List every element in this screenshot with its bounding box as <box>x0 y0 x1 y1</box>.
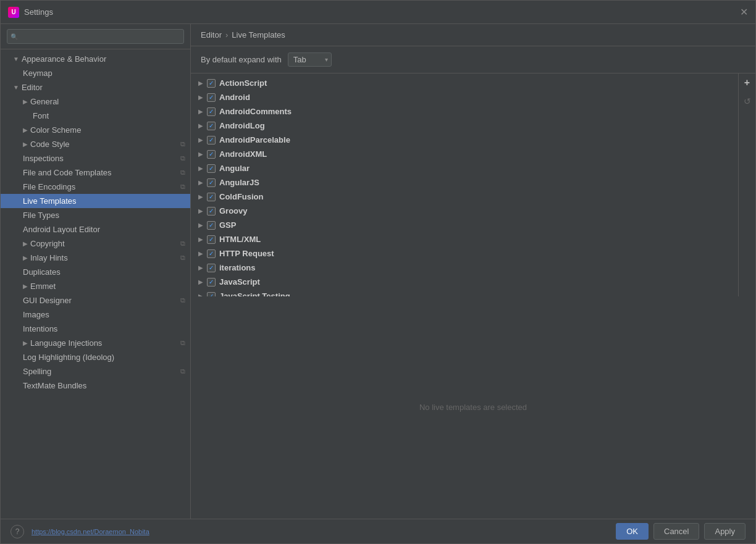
sidebar-item-inspections[interactable]: Inspections ⧉ <box>1 151 190 165</box>
sidebar-item-label: Editor <box>22 83 43 92</box>
sidebar-item-label: Android Layout Editor <box>23 225 100 234</box>
main-panel: Editor › Live Templates By default expan… <box>191 24 755 519</box>
sidebar-item-gui-designer[interactable]: GUI Designer ⧉ <box>1 293 190 308</box>
template-group-gsp[interactable]: ▶ GSP <box>191 218 738 232</box>
sidebar-item-keymap[interactable]: Keymap <box>1 66 190 80</box>
checkbox-androidlog[interactable] <box>207 122 216 130</box>
search-input[interactable] <box>7 29 184 44</box>
template-group-coldfusion[interactable]: ▶ ColdFusion <box>191 190 738 204</box>
add-button[interactable]: + <box>741 76 754 90</box>
cancel-button[interactable]: Cancel <box>653 523 699 540</box>
checkbox-actionscript[interactable] <box>207 79 216 88</box>
sidebar-item-general[interactable]: ▶ General <box>1 94 190 109</box>
checkbox-javascripttesting[interactable] <box>207 292 216 296</box>
template-group-androidparcelable[interactable]: ▶ AndroidParcelable <box>191 133 738 147</box>
expand-arrow: ▶ <box>23 240 28 247</box>
sidebar-item-label: Emmet <box>30 282 56 291</box>
checkbox-angular[interactable] <box>207 164 216 173</box>
sidebar-item-language-injections[interactable]: ▶ Language Injections ⧉ <box>1 336 190 350</box>
sidebar-item-live-templates[interactable]: Live Templates <box>1 194 190 208</box>
template-group-httprequest[interactable]: ▶ HTTP Request <box>191 246 738 261</box>
sidebar-item-intentions[interactable]: Intentions <box>1 322 190 336</box>
sidebar-item-label: Inlay Hints <box>30 253 68 262</box>
checkbox-androidparcelable[interactable] <box>207 136 216 144</box>
template-group-angular[interactable]: ▶ Angular <box>191 161 738 175</box>
content-area: ▼ Appearance & Behavior Keymap ▼ Editor … <box>1 24 755 519</box>
sidebar-item-label: Color Scheme <box>30 125 81 135</box>
checkbox-androidcomments[interactable] <box>207 107 216 116</box>
expand-select[interactable]: Tab Enter Space <box>288 52 332 67</box>
sidebar-item-textmate-bundles[interactable]: TextMate Bundles <box>1 379 190 393</box>
sidebar-list: ▼ Appearance & Behavior Keymap ▼ Editor … <box>1 49 190 519</box>
sidebar-item-appearance-behavior[interactable]: ▼ Appearance & Behavior <box>1 52 190 66</box>
checkbox-coldfusion[interactable] <box>207 193 216 201</box>
checkbox-androidxml[interactable] <box>207 150 216 159</box>
sidebar-item-label: Spelling <box>23 367 51 376</box>
help-button[interactable]: ? <box>10 525 24 538</box>
template-label: iterations <box>219 263 256 272</box>
ok-button[interactable]: OK <box>616 523 649 540</box>
sidebar-item-file-types[interactable]: File Types <box>1 208 190 222</box>
template-group-androidxml[interactable]: ▶ AndroidXML <box>191 147 738 161</box>
sidebar-item-label: Copyright <box>30 239 65 248</box>
sidebar-item-log-highlighting[interactable]: Log Highlighting (Ideolog) <box>1 350 190 364</box>
checkbox-javascript[interactable] <box>207 278 216 287</box>
sidebar-item-label: Inspections <box>23 154 64 163</box>
sidebar-item-file-code-templates[interactable]: File and Code Templates ⧉ <box>1 165 190 180</box>
titlebar: U Settings ✕ <box>1 1 755 24</box>
checkbox-iterations[interactable] <box>207 264 216 272</box>
sidebar-item-emmet[interactable]: ▶ Emmet <box>1 279 190 293</box>
sidebar-item-color-scheme[interactable]: ▶ Color Scheme <box>1 123 190 137</box>
template-group-androidlog[interactable]: ▶ AndroidLog <box>191 119 738 133</box>
template-label: AndroidComments <box>219 107 292 116</box>
footer-url: https://blog.csdn.net/Doraemon_Nobita <box>32 528 149 535</box>
sidebar-item-font[interactable]: Font <box>1 109 190 123</box>
template-group-javascript[interactable]: ▶ JavaScript <box>191 275 738 289</box>
expand-arrow: ▶ <box>198 293 203 296</box>
expand-arrow: ▶ <box>23 254 28 261</box>
template-group-angularjs[interactable]: ▶ AngularJS <box>191 175 738 190</box>
checkbox-android[interactable] <box>207 93 216 102</box>
template-group-groovy[interactable]: ▶ Groovy <box>191 204 738 218</box>
template-group-javascripttesting[interactable]: ▶ JavaScript Testing <box>191 289 738 296</box>
close-button[interactable]: ✕ <box>740 7 748 17</box>
checkbox-groovy[interactable] <box>207 207 216 216</box>
template-label: Angular <box>219 164 250 173</box>
apply-button[interactable]: Apply <box>704 523 746 540</box>
sidebar-item-label: GUI Designer <box>23 296 72 305</box>
template-group-htmlxml[interactable]: ▶ HTML/XML <box>191 232 738 246</box>
undo-button[interactable]: ↺ <box>741 94 754 108</box>
template-group-androidcomments[interactable]: ▶ AndroidComments <box>191 104 738 119</box>
sidebar-item-editor[interactable]: ▼ Editor <box>1 80 190 94</box>
checkbox-angularjs[interactable] <box>207 178 216 187</box>
templates-area: ▶ ActionScript ▶ Android ▶ Androi <box>191 73 755 296</box>
sidebar-item-inlay-hints[interactable]: ▶ Inlay Hints ⧉ <box>1 251 190 265</box>
template-label: JavaScript <box>219 277 260 287</box>
sidebar-item-label: Intentions <box>23 324 57 333</box>
footer: ? https://blog.csdn.net/Doraemon_Nobita … <box>1 519 755 543</box>
template-group-iterations[interactable]: ▶ iterations <box>191 261 738 275</box>
template-group-android[interactable]: ▶ Android <box>191 90 738 104</box>
search-box <box>1 24 190 49</box>
sidebar-item-code-style[interactable]: ▶ Code Style ⧉ <box>1 137 190 151</box>
sidebar-item-label: File and Code Templates <box>23 168 112 177</box>
sidebar-item-label: Code Style <box>30 140 70 149</box>
checkbox-gsp[interactable] <box>207 221 216 230</box>
checkbox-htmlxml[interactable] <box>207 235 216 244</box>
template-label: AndroidLog <box>219 121 265 130</box>
expand-arrow: ▶ <box>198 179 203 186</box>
sidebar-item-duplicates[interactable]: Duplicates <box>1 265 190 279</box>
template-label: AndroidXML <box>219 149 267 159</box>
sidebar-item-file-encodings[interactable]: File Encodings ⧉ <box>1 180 190 194</box>
sidebar-item-label: Font <box>33 111 49 120</box>
checkbox-httprequest[interactable] <box>207 249 216 258</box>
template-label: Android <box>219 93 250 102</box>
copy-icon: ⧉ <box>180 254 185 262</box>
sidebar-item-spelling[interactable]: Spelling ⧉ <box>1 364 190 379</box>
sidebar-item-android-layout-editor[interactable]: Android Layout Editor <box>1 222 190 236</box>
sidebar-item-images[interactable]: Images <box>1 308 190 322</box>
sidebar-item-copyright[interactable]: ▶ Copyright ⧉ <box>1 236 190 251</box>
template-label: ActionScript <box>219 78 267 88</box>
template-group-actionscript[interactable]: ▶ ActionScript <box>191 76 738 90</box>
expand-arrow: ▼ <box>13 84 19 91</box>
